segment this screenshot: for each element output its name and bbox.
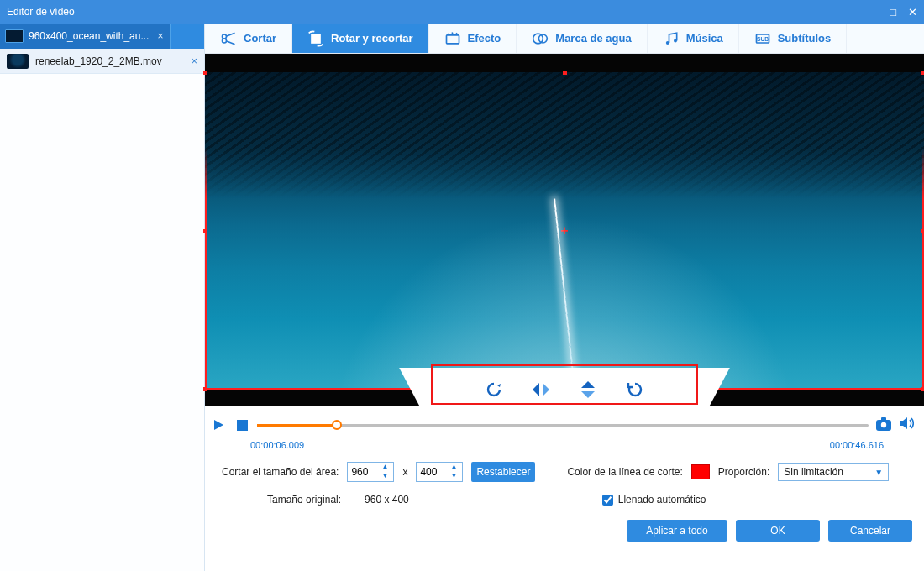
svg-rect-8 (237, 420, 248, 431)
crop-size-label: Cortar el tamaño del área: (222, 466, 339, 478)
subtitles-icon: SUB (754, 30, 771, 47)
timeline-slider[interactable] (257, 416, 869, 433)
crop-width-input[interactable]: ▲▼ (347, 462, 394, 482)
crop-height-input[interactable]: ▲▼ (416, 462, 463, 482)
crop-height-field[interactable] (417, 466, 447, 478)
tab-rotate-crop[interactable]: Rotar y recortar (292, 24, 429, 53)
tab-subtitles[interactable]: SUB Subtítulos (739, 24, 848, 53)
crop-frame[interactable]: + (205, 72, 924, 390)
file-tab-label: 960x400_ocean_with_au... (29, 30, 149, 42)
tab-effect-label: Efecto (468, 32, 501, 45)
file-list: reneelab_1920_2_2MB.mov × (0, 49, 204, 571)
autofill-checkbox[interactable]: Llenado automático (602, 494, 706, 506)
play-icon (212, 418, 225, 432)
tab-watermark-label: Marca de agua (555, 32, 631, 45)
tab-effect[interactable]: Efecto (429, 24, 517, 53)
chevron-down-icon: ▼ (874, 468, 883, 477)
music-icon (663, 30, 680, 47)
file-tab-active[interactable]: 960x400_ocean_with_au... × (0, 24, 171, 49)
svg-point-10 (881, 422, 886, 427)
flip-horizontal-icon (530, 380, 552, 400)
cancel-button[interactable]: Cancelar (828, 520, 912, 542)
crop-center-icon: + (560, 223, 568, 238)
watermark-icon (532, 30, 549, 47)
dialog-footer: Aplicar a todo OK Cancelar (205, 511, 924, 550)
scissors-icon (220, 30, 237, 47)
file-sidebar: 960x400_ocean_with_au... × reneelab_1920… (0, 24, 205, 571)
dim-separator: x (402, 466, 407, 478)
tab-cut[interactable]: Cortar (205, 24, 292, 53)
total-time: 00:00:46.616 (830, 440, 884, 450)
stop-button[interactable] (234, 416, 250, 433)
tab-music-label: Música (686, 32, 723, 45)
camera-icon (875, 416, 892, 432)
autofill-check-input[interactable] (602, 495, 613, 506)
spin-down-icon[interactable]: ▼ (447, 472, 460, 481)
orig-size-value: 960 x 400 (365, 494, 409, 506)
volume-icon (899, 416, 914, 430)
spin-up-icon[interactable]: ▲ (378, 463, 391, 472)
crop-settings: Cortar el tamaño del área: ▲▼ x ▲▼ Resta… (205, 450, 924, 511)
rotate-cw-button[interactable] (472, 369, 516, 410)
crop-rotate-icon (307, 30, 324, 47)
flip-vertical-icon (578, 379, 598, 401)
file-item[interactable]: reneelab_1920_2_2MB.mov × (0, 49, 204, 74)
preview-area: + ⌄ (205, 54, 924, 406)
reset-icon (625, 380, 645, 400)
file-tab-strip: 960x400_ocean_with_au... × (0, 24, 204, 49)
tab-watermark[interactable]: Marca de agua (517, 24, 647, 53)
play-button[interactable] (210, 416, 227, 433)
cut-color-label: Color de la línea de corte: (567, 466, 682, 478)
crop-width-field[interactable] (348, 466, 378, 478)
window-title: Editor de vídeo (7, 6, 75, 18)
timeline-thumb[interactable] (332, 420, 342, 430)
crop-handle[interactable] (203, 229, 207, 233)
tab-subtitles-label: Subtítulos (778, 32, 832, 45)
tab-music[interactable]: Música (648, 24, 739, 53)
spin-up-icon[interactable]: ▲ (447, 463, 460, 472)
effect-icon (444, 30, 461, 47)
reset-crop-button[interactable]: Restablecer (471, 462, 535, 482)
svg-rect-11 (881, 417, 886, 421)
stop-icon (237, 420, 248, 431)
tab-rotate-label: Rotar y recortar (331, 32, 413, 45)
tool-tabs: Cortar Rotar y recortar Efecto Marca de … (205, 24, 924, 54)
crop-handle[interactable] (203, 387, 207, 391)
spin-down-icon[interactable]: ▼ (378, 472, 391, 481)
ratio-select[interactable]: Sin limitación ▼ (778, 463, 889, 481)
file-tab-close-icon[interactable]: × (157, 30, 163, 42)
flip-vertical-button[interactable] (566, 369, 610, 410)
svg-rect-1 (446, 34, 459, 43)
svg-point-4 (665, 41, 669, 45)
orig-size-label: Tamaño original: (267, 494, 341, 506)
crop-handle[interactable] (203, 71, 207, 75)
cut-color-swatch[interactable] (691, 464, 710, 479)
apply-all-button[interactable]: Aplicar a todo (627, 520, 727, 542)
minimize-button[interactable]: — (867, 6, 878, 18)
snapshot-button[interactable] (875, 416, 892, 433)
titlebar: Editor de vídeo — □ ✕ (0, 0, 924, 24)
rotate-flip-toolbar: ⌄ (434, 368, 695, 411)
svg-text:SUB: SUB (757, 35, 769, 41)
timecode-row: 00:00:06.009 00:00:46.616 (205, 440, 924, 450)
flip-horizontal-button[interactable] (519, 369, 563, 410)
file-item-close-icon[interactable]: × (191, 55, 197, 67)
crop-handle[interactable] (563, 71, 567, 75)
tab-cut-label: Cortar (244, 32, 276, 45)
svg-rect-0 (312, 34, 320, 43)
file-tab-thumb (5, 29, 24, 43)
ratio-label: Proporción: (718, 466, 769, 478)
rotate-cw-icon (484, 380, 504, 400)
close-button[interactable]: ✕ (908, 6, 917, 18)
svg-point-5 (674, 39, 677, 42)
maximize-button[interactable]: □ (890, 6, 896, 18)
file-item-thumb (7, 54, 29, 69)
current-time: 00:00:06.009 (250, 440, 304, 450)
autofill-label: Llenado automático (618, 494, 706, 506)
ratio-value: Sin limitación (784, 466, 843, 478)
file-item-label: reneelab_1920_2_2MB.mov (35, 55, 162, 67)
volume-button[interactable] (899, 416, 916, 433)
ok-button[interactable]: OK (736, 520, 820, 542)
reset-rotate-button[interactable] (613, 369, 657, 410)
transport-bar (205, 406, 924, 440)
